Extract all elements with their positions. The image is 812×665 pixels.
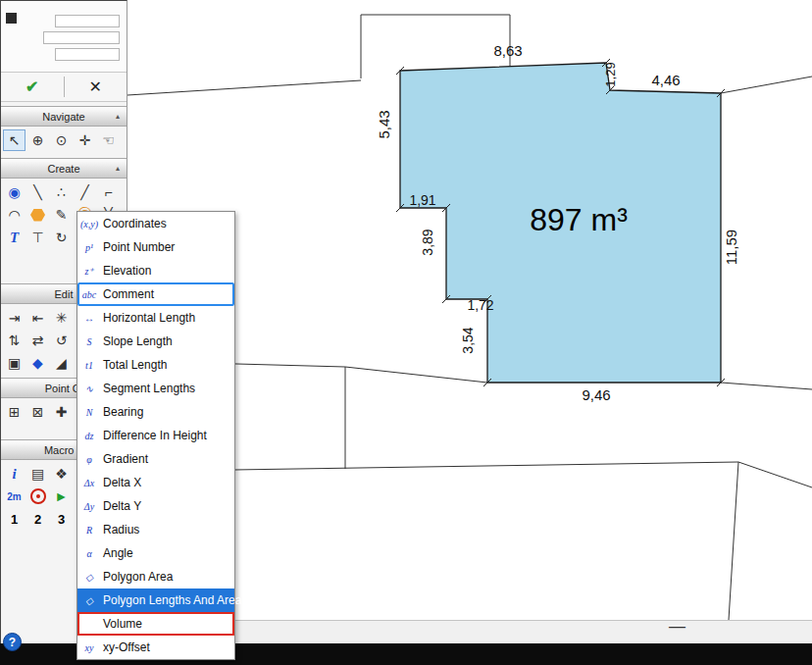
point-cloud-clip-tool[interactable]: ⊠ bbox=[26, 401, 49, 423]
menu-item-label: xy-Offset bbox=[101, 640, 150, 654]
edit-align-right-tool[interactable]: ⇤ bbox=[26, 307, 49, 329]
grab-hand-tool[interactable]: ☜ bbox=[97, 129, 120, 151]
color-swatch[interactable] bbox=[6, 13, 17, 24]
menu-item-angle[interactable]: αAngle bbox=[77, 541, 234, 565]
segment-lengths-icon: ∿ bbox=[77, 384, 101, 394]
parcel-line bbox=[729, 462, 738, 620]
input-field-3[interactable] bbox=[55, 48, 120, 61]
menu-item-elevation[interactable]: z⁺Elevation bbox=[77, 259, 234, 282]
parcel-line bbox=[345, 367, 487, 383]
menu-item-label: Slope Length bbox=[101, 334, 173, 348]
context-menu: (x,y)Coordinatesp¹Point Numberz⁺Elevatio… bbox=[76, 211, 235, 660]
edit-align-left-tool[interactable]: ⇥ bbox=[3, 307, 25, 329]
coordinate-form bbox=[1, 1, 127, 72]
macro-target-tool[interactable] bbox=[26, 486, 49, 507]
menu-item-label: Angle bbox=[101, 546, 133, 560]
menu-item-coordinates[interactable]: (x,y)Coordinates bbox=[77, 212, 234, 235]
parcel-line bbox=[127, 80, 361, 95]
gradient-icon: φ bbox=[77, 454, 101, 465]
dimension-label: 3,54 bbox=[460, 327, 476, 353]
create-arc-tool[interactable]: ◠ bbox=[3, 204, 25, 226]
create-rotate-tool[interactable]: ↻ bbox=[50, 227, 73, 248]
menu-item-polygon-area[interactable]: ◇Polygon Area bbox=[77, 565, 234, 588]
edit-diamond-tool[interactable]: ◆ bbox=[26, 352, 49, 374]
section-label: Create bbox=[47, 163, 79, 175]
edit-rotate-tool[interactable]: ↺ bbox=[50, 330, 73, 351]
input-field-2[interactable] bbox=[43, 31, 120, 44]
dimension-label: 11,59 bbox=[723, 230, 739, 265]
collapse-dash[interactable]: — bbox=[669, 617, 685, 637]
section-body-navigate: ↖⊕⊙✛☜ bbox=[1, 127, 127, 153]
macro-3-button[interactable]: 3 bbox=[50, 508, 73, 530]
menu-item-volume[interactable]: Volume bbox=[77, 612, 234, 636]
macro-star-tool[interactable]: ❖ bbox=[50, 463, 73, 485]
zoom-in-tool[interactable]: ⊕ bbox=[26, 129, 49, 151]
create-ray-tool[interactable]: ╱ bbox=[74, 181, 96, 203]
macro-layers-tool[interactable]: ▤ bbox=[26, 463, 49, 485]
menu-item-delta-x[interactable]: ΔxDelta X bbox=[77, 471, 234, 494]
confirm-bar: ✔ ✕ bbox=[1, 72, 127, 102]
menu-item-label: Coordinates bbox=[101, 217, 167, 230]
zoom-window-tool[interactable]: ⊙ bbox=[50, 129, 73, 151]
create-text-tool[interactable]: T bbox=[3, 227, 25, 248]
confirm-button[interactable]: ✔ bbox=[1, 73, 64, 101]
menu-item-total-length[interactable]: t1Total Length bbox=[77, 353, 234, 377]
menu-item-difference-in-height[interactable]: dzDifference In Height bbox=[77, 424, 234, 447]
edit-star-tool[interactable]: ✳ bbox=[50, 307, 73, 329]
menu-item-label: Volume bbox=[101, 617, 142, 631]
menu-item-gradient[interactable]: φGradient bbox=[77, 447, 234, 471]
menu-item-label: Comment bbox=[101, 287, 154, 301]
help-button[interactable]: ? bbox=[3, 633, 22, 651]
macro-scale-label[interactable]: 2m bbox=[3, 486, 25, 507]
menu-item-horizontal-length[interactable]: ↔Horizontal Length bbox=[77, 306, 234, 330]
create-point-tool[interactable]: ◉ bbox=[3, 181, 25, 203]
cancel-button[interactable]: ✕ bbox=[65, 73, 127, 101]
collapse-arrow-icon[interactable]: ▴ bbox=[116, 113, 120, 121]
menu-item-delta-y[interactable]: ΔyDelta Y bbox=[77, 494, 234, 518]
input-field-1[interactable] bbox=[55, 15, 120, 27]
menu-item-comment[interactable]: abcComment bbox=[77, 282, 234, 306]
menu-item-bearing[interactable]: NBearing bbox=[77, 400, 234, 424]
point-cloud-grid-tool[interactable]: ⊞ bbox=[3, 401, 25, 423]
menu-item-slope-length[interactable]: SSlope Length bbox=[77, 330, 234, 353]
elevation-icon: z⁺ bbox=[77, 266, 101, 277]
macro-info-tool[interactable]: i bbox=[3, 463, 25, 485]
create-text-angle-tool[interactable]: ⊤ bbox=[26, 227, 49, 248]
delta-y-icon: Δy bbox=[77, 501, 101, 512]
menu-item-radius[interactable]: RRadius bbox=[77, 518, 234, 541]
macro-play-tool[interactable]: ► bbox=[50, 486, 73, 507]
section-header-navigate[interactable]: Navigate▴ bbox=[1, 106, 127, 127]
edit-corner-tool[interactable]: ◢ bbox=[50, 352, 73, 374]
app-window: 8,631,294,465,431,913,8911,591,723,549,4… bbox=[0, 0, 812, 665]
menu-item-polygon-lengths-and-area[interactable]: ◇Polygon Lengths And Area bbox=[77, 588, 234, 612]
menu-item-label: Elevation bbox=[101, 264, 151, 278]
pan-tool[interactable]: ✛ bbox=[74, 129, 96, 151]
total-length-icon: t1 bbox=[77, 360, 101, 371]
edit-swap-tool[interactable]: ⇄ bbox=[26, 330, 49, 351]
create-hexagon-tool[interactable] bbox=[26, 204, 49, 226]
menu-item-point-number[interactable]: p¹Point Number bbox=[77, 235, 234, 259]
create-sketch-tool[interactable]: ✎ bbox=[50, 204, 73, 226]
menu-item-xy-offset[interactable]: xyxy-Offset bbox=[77, 636, 234, 659]
comment-icon: abc bbox=[77, 289, 101, 300]
create-polyline-tool[interactable]: ∴ bbox=[50, 181, 73, 203]
parcel-line bbox=[738, 462, 812, 487]
section-header-create[interactable]: Create▴ bbox=[1, 158, 127, 179]
select-tool[interactable]: ↖ bbox=[3, 129, 25, 151]
horizontal-length-icon: ↔ bbox=[77, 313, 101, 324]
macro-2-button[interactable]: 2 bbox=[26, 508, 49, 530]
create-perpendicular-tool[interactable]: ⌐ bbox=[97, 181, 120, 203]
collapse-arrow-icon[interactable]: ▴ bbox=[116, 165, 120, 173]
menu-item-label: Bearing bbox=[101, 405, 143, 419]
macro-1-button[interactable]: 1 bbox=[3, 508, 25, 530]
edit-distribute-tool[interactable]: ⇅ bbox=[3, 330, 25, 351]
dimension-label: 8,63 bbox=[493, 42, 522, 59]
edit-copy-tool[interactable]: ▣ bbox=[3, 352, 25, 374]
menu-item-segment-lengths[interactable]: ∿Segment Lengths bbox=[77, 377, 234, 400]
dimension-label: 1,29 bbox=[603, 62, 618, 86]
create-line-tool[interactable]: ╲ bbox=[26, 181, 49, 203]
menu-item-label: Delta X bbox=[101, 476, 141, 489]
slope-length-icon: S bbox=[77, 336, 101, 347]
point-cloud-cross-tool[interactable]: ✚ bbox=[50, 401, 73, 423]
parcel-line bbox=[721, 77, 812, 93]
